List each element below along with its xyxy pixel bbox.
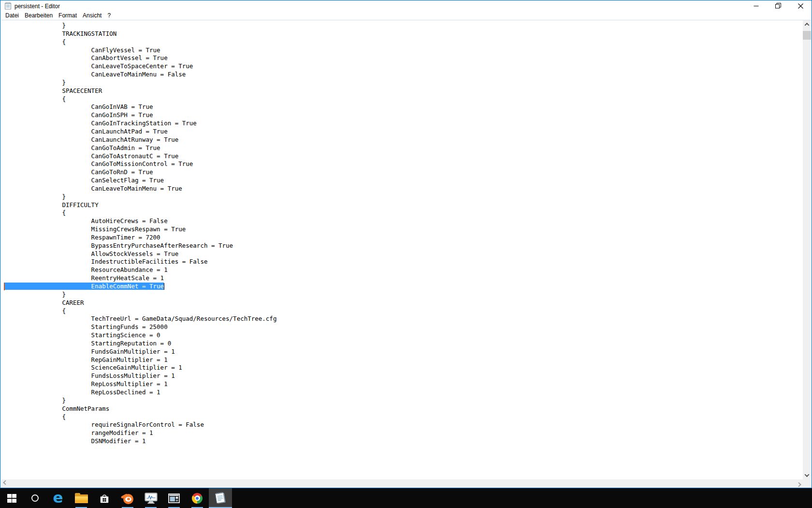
scroll-left-button[interactable] bbox=[1, 479, 9, 488]
taskbar-item-file-explorer[interactable] bbox=[70, 488, 93, 508]
menu-ansicht[interactable]: Ansicht bbox=[80, 11, 104, 20]
folder-icon bbox=[75, 493, 88, 503]
chevron-down-icon bbox=[805, 472, 810, 477]
minimize-button[interactable] bbox=[745, 0, 767, 11]
windows-logo-icon bbox=[7, 494, 16, 503]
chevron-up-icon bbox=[805, 23, 810, 28]
edge-icon: e bbox=[53, 490, 63, 505]
restore-button[interactable] bbox=[767, 0, 789, 11]
menu-datei[interactable]: Datei bbox=[2, 11, 22, 20]
editor-text-area[interactable]: } TRACKINGSTATION { CanFlyVessel = True … bbox=[1, 20, 803, 479]
minimize-icon bbox=[754, 3, 759, 9]
vertical-scroll-thumb[interactable] bbox=[803, 31, 811, 40]
taskbar-item-chrome[interactable] bbox=[186, 488, 209, 508]
scroll-down-button[interactable] bbox=[803, 471, 811, 479]
taskbar-item-monitor-app[interactable] bbox=[139, 488, 162, 508]
search-circle-icon bbox=[31, 494, 39, 502]
start-button[interactable] bbox=[0, 488, 23, 508]
scroll-up-button[interactable] bbox=[803, 20, 811, 29]
app-window-icon bbox=[168, 493, 180, 503]
menu-help[interactable]: ? bbox=[104, 11, 114, 20]
taskbar-item-photos-app[interactable] bbox=[162, 488, 186, 508]
editor-lines: } TRACKINGSTATION { CanFlyVessel = True … bbox=[1, 20, 803, 446]
menu-bearbeiten[interactable]: Bearbeiten bbox=[22, 11, 56, 20]
window-title: persistent - Editor bbox=[14, 3, 60, 10]
vertical-scrollbar[interactable] bbox=[803, 20, 811, 479]
scroll-right-button[interactable] bbox=[795, 479, 803, 488]
menu-bar: Datei Bearbeiten Format Ansicht ? bbox=[1, 11, 811, 20]
taskbar-item-store[interactable] bbox=[93, 488, 116, 508]
store-bag-icon bbox=[99, 493, 110, 504]
horizontal-scrollbar[interactable] bbox=[1, 479, 803, 488]
scrollbar-corner bbox=[803, 479, 811, 488]
chevron-right-icon bbox=[797, 482, 801, 487]
caption-buttons bbox=[745, 0, 812, 11]
menu-format[interactable]: Format bbox=[56, 11, 80, 20]
taskbar-item-notepad[interactable] bbox=[209, 488, 232, 508]
notepad-window: persistent - Editor Datei Bearbeiten For… bbox=[0, 0, 812, 488]
close-button[interactable] bbox=[789, 0, 812, 11]
close-icon bbox=[798, 3, 803, 9]
notepad-icon bbox=[214, 492, 227, 505]
monitor-graph-icon bbox=[145, 493, 158, 504]
search-button[interactable] bbox=[23, 488, 46, 508]
blender-icon bbox=[121, 492, 134, 505]
taskbar-item-edge[interactable]: e bbox=[46, 488, 70, 508]
taskbar-item-blender[interactable] bbox=[116, 488, 139, 508]
chrome-icon bbox=[192, 493, 203, 504]
restore-icon bbox=[775, 3, 781, 9]
title-bar[interactable]: persistent - Editor bbox=[1, 1, 811, 11]
notepad-app-icon bbox=[4, 2, 12, 10]
chevron-left-icon bbox=[3, 480, 8, 485]
taskbar: e bbox=[0, 488, 812, 508]
